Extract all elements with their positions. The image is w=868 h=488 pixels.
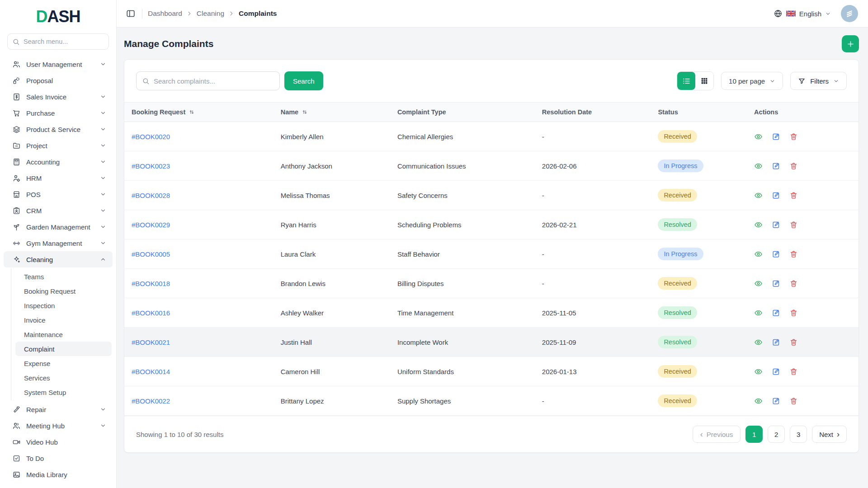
complaints-search-input[interactable] [154, 77, 274, 85]
sidebar-item-media-library[interactable]: Media Library [4, 466, 113, 483]
view-icon[interactable] [754, 191, 763, 200]
view-icon[interactable] [754, 367, 763, 376]
submenu-item-expense[interactable]: Expense [15, 356, 112, 371]
sidebar-item-repair[interactable]: Repair [4, 401, 113, 418]
submenu-item-inspection[interactable]: Inspection [15, 298, 112, 313]
view-icon[interactable] [754, 162, 763, 170]
per-page-value: 10 per page [729, 77, 765, 85]
chevron-down-icon [100, 175, 106, 181]
edit-icon[interactable] [772, 397, 780, 405]
submenu-item-booking-request[interactable]: Booking Request [15, 284, 112, 298]
edit-icon[interactable] [772, 162, 780, 170]
edit-icon[interactable] [772, 250, 780, 258]
page-button-3[interactable]: 3 [790, 426, 807, 443]
complaints-search[interactable] [136, 71, 280, 90]
delete-icon[interactable] [789, 132, 798, 141]
submenu-item-system-setup[interactable]: System Setup [15, 385, 112, 399]
sidebar-item-video-hub[interactable]: Video Hub [4, 434, 113, 450]
booking-link[interactable]: #BOOK0020 [132, 133, 170, 141]
booking-link[interactable]: #BOOK0029 [132, 221, 170, 229]
grid-view-button[interactable] [695, 72, 713, 90]
per-page-select[interactable]: 10 per page [721, 72, 783, 90]
language-selector[interactable]: English [774, 9, 831, 18]
type-cell: Supply Shortages [390, 386, 535, 416]
edit-icon[interactable] [772, 279, 780, 288]
booking-link[interactable]: #BOOK0018 [132, 280, 170, 287]
edit-icon[interactable] [772, 309, 780, 317]
delete-icon[interactable] [789, 191, 798, 200]
sidebar-toggle-icon[interactable] [126, 8, 137, 19]
sort-icon[interactable] [189, 109, 195, 115]
view-icon[interactable] [754, 250, 763, 258]
booking-link[interactable]: #BOOK0022 [132, 397, 170, 405]
chevron-down-icon [100, 159, 106, 165]
sidebar-item-sales-invoice[interactable]: Sales Invoice [4, 89, 113, 105]
edit-icon[interactable] [772, 367, 780, 376]
sidebar-item-proposal[interactable]: Proposal [4, 72, 113, 89]
search-button[interactable]: Search [284, 71, 323, 90]
sidebar-search-input[interactable] [24, 38, 104, 45]
delete-icon[interactable] [789, 250, 798, 258]
booking-link[interactable]: #BOOK0023 [132, 162, 170, 170]
add-complaint-button[interactable] [842, 35, 859, 52]
submenu-item-teams[interactable]: Teams [15, 269, 112, 284]
page-button-1[interactable]: 1 [745, 426, 763, 443]
delete-icon[interactable] [789, 279, 798, 288]
chevron-down-icon [100, 110, 106, 116]
submenu-item-maintenance[interactable]: Maintenance [15, 327, 112, 342]
delete-icon[interactable] [789, 221, 798, 229]
chevron-down-icon [100, 126, 106, 132]
sidebar-item-hrm[interactable]: HRM [4, 170, 113, 186]
edit-icon[interactable] [772, 132, 780, 141]
page-button-2[interactable]: 2 [768, 426, 785, 443]
booking-link[interactable]: #BOOK0021 [132, 338, 170, 346]
edit-icon[interactable] [772, 191, 780, 200]
view-icon[interactable] [754, 309, 763, 317]
sidebar-item-pos[interactable]: POS [4, 186, 113, 202]
submenu-item-complaint[interactable]: Complaint [15, 342, 112, 356]
booking-link[interactable]: #BOOK0005 [132, 250, 170, 258]
delete-icon[interactable] [789, 397, 798, 405]
table-row: #BOOK0014 Cameron Hill Uniform Standards… [124, 357, 859, 386]
sidebar-item-accounting[interactable]: Accounting [4, 154, 113, 170]
sidebar-item-crm[interactable]: CRM [4, 202, 113, 219]
previous-page-button[interactable]: ‹Previous [693, 426, 741, 443]
sidebar-item-gym-management[interactable]: Gym Management [4, 235, 113, 251]
view-icon[interactable] [754, 397, 763, 405]
sidebar-item-purchase[interactable]: Purchase [4, 105, 113, 121]
sidebar-item-user-management[interactable]: User Management [4, 56, 113, 72]
booking-link[interactable]: #BOOK0028 [132, 192, 170, 199]
filters-button[interactable]: Filters [790, 72, 847, 90]
view-icon[interactable] [754, 338, 763, 347]
breadcrumb-dashboard[interactable]: Dashboard [148, 9, 182, 18]
breadcrumb-cleaning[interactable]: Cleaning [197, 9, 224, 18]
next-page-button[interactable]: Next› [812, 426, 847, 443]
view-icon[interactable] [754, 279, 763, 288]
sidebar-item-messenger[interactable]: Messenger [4, 483, 113, 488]
list-view-button[interactable] [677, 72, 695, 90]
sidebar-item-product-service[interactable]: Product & Service [4, 121, 113, 137]
sidebar-item-garden-management[interactable]: Garden Management [4, 219, 113, 235]
delete-icon[interactable] [789, 338, 798, 347]
sidebar-item-to-do[interactable]: To Do [4, 450, 113, 466]
booking-link[interactable]: #BOOK0014 [132, 368, 170, 375]
edit-icon[interactable] [772, 221, 780, 229]
submenu-item-services[interactable]: Services [15, 371, 112, 385]
sidebar-item-project[interactable]: Project [4, 137, 113, 154]
delete-icon[interactable] [789, 309, 798, 317]
delete-icon[interactable] [789, 162, 798, 170]
submenu-item-invoice[interactable]: Invoice [15, 313, 112, 327]
view-icon[interactable] [754, 132, 763, 141]
edit-icon[interactable] [772, 338, 780, 347]
sidebar-item-meeting-hub[interactable]: Meeting Hub [4, 418, 113, 434]
avatar[interactable] [841, 5, 858, 22]
view-icon[interactable] [754, 221, 763, 229]
delete-icon[interactable] [789, 367, 798, 376]
sidebar-item-cleaning[interactable]: Cleaning [4, 251, 113, 267]
sort-icon[interactable] [302, 109, 308, 115]
folder-icon [12, 141, 21, 150]
sidebar-search[interactable] [7, 33, 109, 50]
chevron-right-icon [186, 10, 193, 17]
booking-link[interactable]: #BOOK0016 [132, 309, 170, 317]
date-cell: 2025-11-05 [535, 298, 651, 328]
